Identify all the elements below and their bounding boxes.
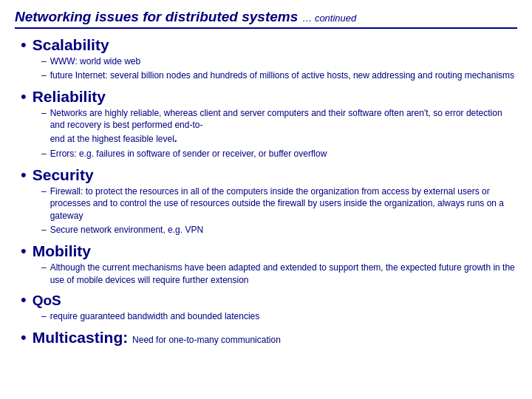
sub-text: future Internet: several billion nodes a… xyxy=(50,69,514,82)
list-item: – Firewall: to protect the resources in … xyxy=(41,185,517,222)
bullet-dot-multicasting: • xyxy=(21,330,27,346)
qos-title: QoS xyxy=(33,293,61,309)
bullet-dot-qos: • xyxy=(21,292,27,308)
dash-icon: – xyxy=(41,186,47,197)
list-item: – Although the current mechanisms have b… xyxy=(41,262,517,287)
list-item: – require guaranteed bandwidth and bound… xyxy=(41,310,517,323)
title-line: Networking issues for distributed system… xyxy=(15,9,517,29)
list-item: – future Internet: several billion nodes… xyxy=(41,69,517,82)
dash-icon: – xyxy=(41,149,47,159)
scalability-title: Scalability xyxy=(33,36,109,54)
sub-text: Firewall: to protect the resources in al… xyxy=(50,185,517,222)
multicasting-title-text: Multicasting: xyxy=(33,329,129,346)
bullet-dot-reliability: • xyxy=(21,89,27,105)
reliability-header: • Reliability xyxy=(21,88,517,106)
sub-text: require guaranteed bandwidth and bounded… xyxy=(50,310,260,323)
sub-text: Secure network environment, e.g. VPN xyxy=(50,224,203,236)
slide-title: Networking issues for distributed system… xyxy=(15,9,298,25)
slide-continued: … continued xyxy=(302,13,356,24)
section-multicasting: • Multicasting: Need for one-to-many com… xyxy=(21,329,517,347)
sub-text: WWW: world wide web xyxy=(50,55,140,68)
security-header: • Security xyxy=(21,166,517,184)
mobility-subitems: – Although the current mechanisms have b… xyxy=(21,262,517,287)
section-scalability: • Scalability – WWW: world wide web – fu… xyxy=(21,36,517,82)
security-title: Security xyxy=(33,166,94,184)
scalability-header: • Scalability xyxy=(21,36,517,54)
bullet-dot-security: • xyxy=(21,167,27,183)
section-mobility: • Mobility – Although the current mechan… xyxy=(21,242,517,287)
reliability-title: Reliability xyxy=(33,88,106,106)
qos-subitems: – require guaranteed bandwidth and bound… xyxy=(21,310,517,323)
dash-icon: – xyxy=(41,262,47,273)
dash-icon: – xyxy=(41,108,47,118)
dash-icon: – xyxy=(41,56,47,66)
sub-text: Networks are highly reliable, whereas cl… xyxy=(50,107,517,146)
security-subitems: – Firewall: to protect the resources in … xyxy=(21,185,517,236)
sub-text: Although the current mechanisms have bee… xyxy=(50,262,517,287)
section-reliability: • Reliability – Networks are highly reli… xyxy=(21,88,517,160)
section-qos: • QoS – require guaranteed bandwidth and… xyxy=(21,292,517,323)
page: Networking issues for distributed system… xyxy=(0,0,532,399)
multicasting-title: Multicasting: Need for one-to-many commu… xyxy=(33,329,281,347)
list-item: – Errors: e.g. failures in software of s… xyxy=(41,148,517,160)
bullet-dot-mobility: • xyxy=(21,243,27,259)
list-item: – Secure network environment, e.g. VPN xyxy=(41,224,517,236)
content-area: • Scalability – WWW: world wide web – fu… xyxy=(15,36,517,347)
multicasting-header: • Multicasting: Need for one-to-many com… xyxy=(21,329,517,347)
qos-header: • QoS xyxy=(21,292,517,309)
multicasting-inline-text: Need for one-to-many communication xyxy=(132,335,281,345)
reliability-subitems: – Networks are highly reliable, whereas … xyxy=(21,107,517,160)
dash-icon: – xyxy=(41,311,47,321)
dash-icon: – xyxy=(41,70,47,81)
scalability-subitems: – WWW: world wide web – future Internet:… xyxy=(21,55,517,82)
mobility-title: Mobility xyxy=(33,242,91,260)
list-item: – Networks are highly reliable, whereas … xyxy=(41,107,517,146)
sub-text: Errors: e.g. failures in software of sen… xyxy=(50,148,327,160)
dash-icon: – xyxy=(41,225,47,235)
mobility-header: • Mobility xyxy=(21,242,517,260)
list-item: – WWW: world wide web xyxy=(41,55,517,68)
section-security: • Security – Firewall: to protect the re… xyxy=(21,166,517,236)
bullet-dot-scalability: • xyxy=(21,37,27,53)
